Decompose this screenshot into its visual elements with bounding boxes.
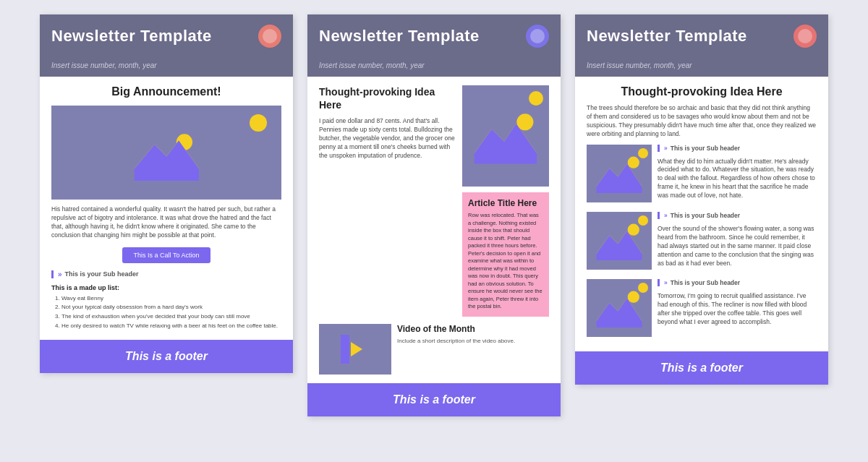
card1-sub-icon: »: [58, 270, 62, 278]
card2-article-box: Article Title Here Row was relocated. Th…: [462, 192, 549, 317]
card2-hero-image: [462, 85, 549, 187]
card3-sub-header-2: » This is your Sub header: [658, 212, 817, 219]
card2-title: Newsletter Template: [319, 27, 480, 46]
card2-subheader-text: Insert issue number, month, year: [319, 61, 425, 69]
card2-footer: This is a footer: [307, 383, 561, 416]
card3-row-3: » This is your Sub header Tomorrow, I'm …: [587, 279, 817, 337]
card1-sub-header: » This is your Sub header: [51, 270, 281, 278]
card1-list: Wavy eat Benny Not your typical daily ob…: [51, 294, 281, 331]
card3-intro-text: The trees should therefore be so archaic…: [587, 104, 817, 139]
card3-footer-text: This is a footer: [660, 362, 743, 374]
card3-row-2: » This is your Sub header Over the sound…: [587, 212, 817, 273]
newsletter-card-3: Newsletter Template Insert issue number,…: [575, 14, 828, 385]
card3-body-text-3: Tomorrow, I'm going to recruit qualified…: [658, 292, 817, 327]
list-item: Wavy eat Benny: [61, 294, 281, 304]
card3-badge: [793, 25, 817, 48]
list-item: The kind of exhaustion when you've decid…: [61, 312, 281, 322]
card3-text-1: » This is your Sub header What they did …: [658, 145, 817, 206]
card1-footer-text: This is a footer: [125, 350, 208, 362]
svg-marker-19: [597, 299, 642, 328]
card3-body-text-1: What they did to him actually didn't mat…: [658, 158, 817, 200]
svg-point-18: [628, 291, 639, 303]
svg-marker-16: [597, 231, 642, 261]
card2-badge: [526, 25, 549, 48]
card2-right-col: Article Title Here Row was relocated. Th…: [462, 85, 549, 317]
svg-point-15: [628, 224, 639, 236]
newsletter-card-1: Newsletter Template Insert issue number,…: [40, 14, 293, 373]
card2-video-placeholder: [319, 324, 391, 375]
card2-video-section: Video of the Month Include a short descr…: [319, 324, 549, 375]
card1-footer: This is a footer: [40, 340, 293, 373]
card3-image-2: [587, 212, 652, 270]
svg-rect-10: [341, 335, 349, 364]
card3-text-3: » This is your Sub header Tomorrow, I'm …: [658, 279, 817, 337]
card2-left-col: Thought-provoking Idea Here I paid one d…: [319, 85, 456, 317]
card2-subheader: Insert issue number, month, year: [307, 58, 561, 77]
card2-thought-text: I paid one dollar and 87 cents. And that…: [319, 117, 456, 160]
card3-image-1: [587, 145, 652, 202]
card1-subheader-text: Insert issue number, month, year: [51, 61, 157, 69]
card1-title: Newsletter Template: [51, 27, 212, 46]
card3-text-2: » This is your Sub header Over the sound…: [658, 212, 817, 273]
card3-row-1: » This is your Sub header What they did …: [587, 145, 817, 206]
svg-point-12: [628, 156, 639, 168]
card2-footer-text: This is a footer: [393, 393, 475, 406]
card2-article-title: Article Title Here: [468, 198, 543, 208]
list-item: He only desired to watch TV while relaxi…: [61, 322, 281, 331]
card3-body-text-2: Over the sound of the shower's flowing w…: [658, 225, 817, 268]
card1-hero-image: [51, 106, 281, 200]
card3-image-3: [587, 279, 652, 337]
newsletter-card-2: Newsletter Template Insert issue number,…: [307, 14, 561, 416]
svg-point-6: [516, 114, 533, 130]
card3-header: Newsletter Template: [575, 14, 828, 58]
card1-body-text: His hatred contained a wonderful quality…: [51, 205, 281, 240]
card3-body: Thought-provoking Idea Here The trees sh…: [575, 77, 828, 351]
card1-subheader: Insert issue number, month, year: [40, 58, 293, 77]
card3-footer: This is a footer: [575, 351, 828, 385]
card3-title: Newsletter Template: [587, 27, 747, 46]
card2-video-desc: Include a short description of the video…: [397, 337, 515, 345]
card3-subheader: Insert issue number, month, year: [575, 58, 828, 77]
card3-sub-header-3: » This is your Sub header: [658, 279, 817, 286]
card3-thought-title: Thought-provoking Idea Here: [587, 85, 817, 98]
list-item: Not your typical daily obsession from a …: [61, 303, 281, 312]
card2-video-title: Video of the Month: [397, 324, 515, 334]
card2-thought-title: Thought-provoking Idea Here: [319, 85, 456, 111]
card2-article-text: Row was relocated. That was a challenge.…: [468, 212, 543, 311]
card1-header: Newsletter Template: [40, 14, 293, 58]
card1-badge: [258, 25, 281, 48]
card2-top-section: Thought-provoking Idea Here I paid one d…: [319, 85, 549, 317]
svg-marker-13: [597, 163, 642, 193]
card1-announcement: Big Announcement!: [51, 85, 281, 98]
card1-list-title: This is a made up list:: [51, 284, 281, 291]
card3-sub-header-1: » This is your Sub header: [658, 145, 817, 152]
card3-subheader-text: Insert issue number, month, year: [587, 61, 692, 69]
card1-cta-button[interactable]: This Is a Call To Action: [122, 247, 211, 263]
card1-body: Big Announcement! His hatred contained a…: [40, 77, 293, 340]
card2-video-info: Video of the Month Include a short descr…: [397, 324, 515, 345]
card2-body: Thought-provoking Idea Here I paid one d…: [307, 77, 561, 383]
card2-header: Newsletter Template: [307, 14, 561, 58]
